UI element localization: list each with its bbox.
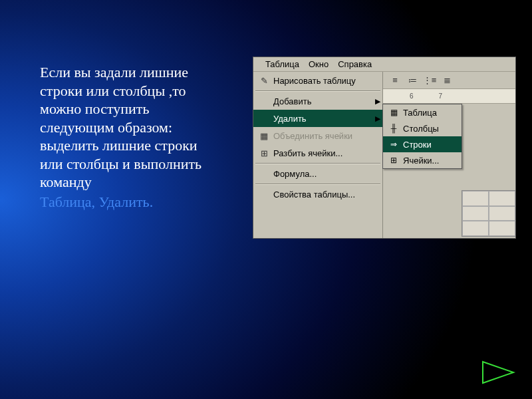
merge-icon: ▦ bbox=[257, 129, 271, 142]
pencil-icon: ✎ bbox=[257, 74, 271, 87]
document-table bbox=[462, 190, 516, 237]
chevron-right-icon: ▶ bbox=[373, 114, 382, 123]
content-row: ✎ Нарисовать таблицу Добавить ▶ Удалить … bbox=[253, 72, 515, 238]
table-menu: ✎ Нарисовать таблицу Добавить ▶ Удалить … bbox=[253, 72, 383, 238]
split-icon: ⊞ bbox=[257, 146, 271, 160]
menu-add[interactable]: Добавить ▶ bbox=[253, 92, 382, 110]
submenu-cells[interactable]: ⊞ Ячейки... bbox=[383, 152, 462, 168]
ruler-mark: 7 bbox=[439, 92, 443, 100]
slide-text-block: Если вы задали лишние строки или столбцы… bbox=[40, 63, 219, 211]
menu-separator bbox=[255, 184, 380, 184]
cells-icon: ⊞ bbox=[387, 154, 400, 166]
numbered-list-icon[interactable]: ⋮≡ bbox=[423, 74, 436, 87]
align-left-icon[interactable]: ≡ bbox=[388, 74, 402, 87]
indent-icon[interactable]: ≣ bbox=[440, 74, 454, 87]
menu-merge-cells[interactable]: ▦ Объединить ячейки bbox=[253, 127, 382, 144]
svg-marker-0 bbox=[483, 362, 513, 383]
table-icon: ▦ bbox=[387, 106, 400, 118]
menu-separator bbox=[255, 90, 380, 91]
chevron-right-icon: ▶ bbox=[373, 97, 382, 106]
ruler-mark: 6 bbox=[410, 92, 414, 100]
menubar: Таблица Окно Справка bbox=[253, 57, 515, 72]
menu-formula[interactable]: Формула... bbox=[253, 165, 382, 182]
columns-icon: ╫ bbox=[387, 122, 400, 134]
rows-icon: ⇒ bbox=[387, 138, 400, 150]
menubar-help[interactable]: Справка bbox=[338, 59, 372, 69]
menu-table-properties[interactable]: Свойства таблицы... bbox=[253, 186, 382, 203]
menu-delete[interactable]: Удалить ▶ bbox=[253, 110, 382, 127]
menubar-table[interactable]: Таблица bbox=[265, 59, 299, 69]
delete-submenu: ▦ Таблица ╫ Столбцы ⇒ Строки ⊞ Ячейки... bbox=[382, 104, 462, 169]
submenu-rows[interactable]: ⇒ Строки bbox=[383, 136, 462, 152]
next-slide-button[interactable] bbox=[480, 359, 517, 386]
menu-separator bbox=[255, 163, 380, 164]
menu-draw-table[interactable]: ✎ Нарисовать таблицу bbox=[253, 72, 382, 89]
submenu-columns[interactable]: ╫ Столбцы bbox=[383, 120, 462, 136]
right-column: ≡ ≔ ⋮≡ ≣ 6 7 ▦ Таблица ╫ Столбцы bbox=[383, 72, 515, 238]
word-screenshot: Таблица Окно Справка ✎ Нарисовать таблиц… bbox=[253, 57, 516, 239]
slide-accent-text: Таблица, Удалить. bbox=[40, 193, 219, 211]
submenu-table[interactable]: ▦ Таблица bbox=[383, 104, 462, 120]
slide-body-text: Если вы задали лишние строки или столбцы… bbox=[40, 63, 219, 192]
toolbar: ≡ ≔ ⋮≡ ≣ bbox=[383, 72, 515, 89]
ruler: 6 7 bbox=[383, 89, 515, 104]
bullet-list-icon[interactable]: ≔ bbox=[406, 74, 419, 87]
menubar-window[interactable]: Окно bbox=[309, 59, 329, 69]
menu-split-cells[interactable]: ⊞ Разбить ячейки... bbox=[253, 144, 382, 162]
document-area: ▦ Таблица ╫ Столбцы ⇒ Строки ⊞ Ячейки... bbox=[383, 104, 515, 238]
